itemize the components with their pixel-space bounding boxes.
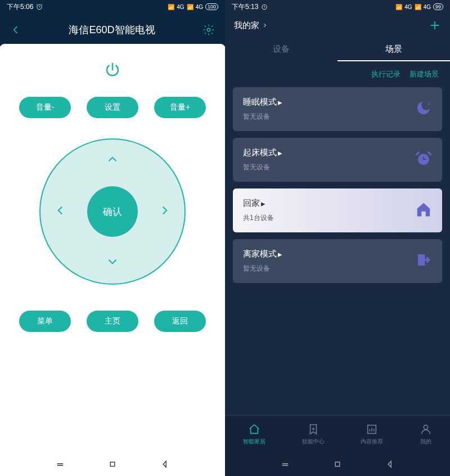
remote-header: 海信E60D智能电视 — [0, 14, 225, 46]
svg-rect-3 — [57, 465, 63, 466]
page-title: 海信E60D智能电视 — [69, 23, 155, 37]
exit-icon — [415, 252, 432, 271]
nav-label: 技能中心 — [302, 438, 325, 446]
net-label: 4G — [177, 4, 184, 10]
chevron-right-icon — [262, 22, 268, 29]
net-label-2: 4G — [196, 4, 203, 10]
scenes-header: 我的家 — [225, 14, 450, 32]
scene-card-home[interactable]: 回家▸ 共1台设备 — [233, 188, 442, 232]
scene-title: 回家 — [243, 198, 260, 209]
gear-icon[interactable] — [202, 24, 215, 36]
scene-subtitle: 暂无设备 — [243, 112, 282, 122]
scene-title: 离家模式 — [243, 249, 277, 259]
remote-app-screen: 下午5:06 📶 4G 📶 4G 100 海信E60D智能电视 音量- 设置 音… — [0, 0, 225, 476]
alarm-icon — [35, 3, 43, 11]
nav-content[interactable]: 内容推荐 — [361, 423, 383, 446]
back-nav-icon[interactable] — [160, 459, 170, 469]
svg-point-1 — [207, 28, 210, 32]
home-icon[interactable] — [332, 459, 343, 469]
person-icon — [420, 423, 432, 435]
recent-apps-icon[interactable] — [55, 459, 65, 469]
caret-icon: ▸ — [261, 199, 266, 209]
scene-subtitle: 暂无设备 — [243, 163, 282, 172]
home-button[interactable]: 主页 — [87, 311, 138, 332]
svg-rect-11 — [282, 465, 288, 466]
scene-title: 起床模式 — [243, 147, 277, 158]
home-icon[interactable] — [107, 459, 118, 469]
system-nav-bar — [225, 452, 450, 476]
dpad-right-button[interactable] — [158, 203, 172, 220]
battery-label: 99 — [433, 3, 443, 10]
scene-actions: 执行记录 新建场景 — [225, 61, 450, 87]
svg-rect-4 — [110, 462, 115, 466]
tab-devices[interactable]: 设备 — [225, 38, 338, 61]
tab-scenes[interactable]: 场景 — [338, 38, 450, 61]
svg-rect-12 — [335, 462, 340, 466]
back-chevron-icon[interactable] — [10, 24, 21, 35]
nav-mine[interactable]: 我的 — [420, 423, 432, 446]
dpad: 确认 — [39, 138, 186, 285]
signal-icon-2: 📶 — [187, 4, 194, 10]
scene-title: 睡眠模式 — [243, 97, 277, 107]
ok-button[interactable]: 确认 — [87, 186, 138, 237]
scene-card-wakeup[interactable]: 起床模式▸ 暂无设备 — [233, 138, 442, 182]
execution-log-link[interactable]: 执行记录 — [371, 69, 400, 79]
top-button-row: 音量- 设置 音量+ — [19, 97, 206, 118]
recent-apps-icon[interactable] — [280, 459, 290, 469]
status-bar: 下午5:13 📶 4G 📶 4G 99 — [225, 0, 450, 14]
svg-text:z: z — [428, 101, 431, 106]
signal-icon-2: 📶 — [415, 4, 421, 10]
nav-label: 智能家居 — [243, 438, 266, 446]
battery-label: 100 — [205, 3, 218, 10]
scene-card-sleep[interactable]: 睡眠模式▸ 暂无设备 z — [233, 87, 442, 131]
scene-subtitle: 暂无设备 — [243, 264, 282, 273]
tabs: 设备 场景 — [225, 32, 450, 61]
settings-button[interactable]: 设置 — [87, 97, 138, 118]
caret-icon: ▸ — [278, 97, 282, 107]
status-bar: 下午5:06 📶 4G 📶 4G 100 — [0, 0, 225, 14]
back-nav-icon[interactable] — [385, 459, 395, 469]
signal-icon: 📶 — [168, 4, 174, 10]
home-selector[interactable]: 我的家 — [234, 20, 268, 31]
dpad-down-button[interactable] — [105, 254, 120, 271]
smart-home-app-screen: 下午5:13 📶 4G 📶 4G 99 我的家 设备 场景 执行记录 新建场景 … — [225, 0, 450, 476]
volume-up-button[interactable]: 音量+ — [154, 97, 206, 118]
nav-smart-home[interactable]: 智能家居 — [243, 423, 266, 446]
net-label: 4G — [404, 4, 412, 10]
status-time: 下午5:13 — [232, 2, 258, 12]
add-icon[interactable] — [429, 19, 441, 32]
house-icon — [248, 423, 260, 435]
alarm-clock-icon — [415, 150, 432, 169]
svg-rect-2 — [57, 464, 63, 465]
system-nav-bar — [0, 452, 225, 476]
menu-button[interactable]: 菜单 — [19, 311, 71, 332]
dpad-up-button[interactable] — [105, 152, 120, 169]
dpad-left-button[interactable] — [53, 203, 68, 220]
new-scene-link[interactable]: 新建场景 — [410, 69, 439, 79]
scene-list: 睡眠模式▸ 暂无设备 z 起床模式▸ 暂无设备 回家▸ 共1台设备 — [225, 87, 450, 415]
caret-icon: ▸ — [278, 148, 282, 158]
net-label-2: 4G — [424, 4, 431, 10]
bookmark-icon — [307, 423, 320, 435]
alarm-icon — [260, 3, 268, 11]
back-button[interactable]: 返回 — [154, 311, 206, 332]
nav-skills[interactable]: 技能中心 — [302, 423, 325, 446]
power-button[interactable] — [101, 59, 124, 81]
caret-icon: ▸ — [278, 249, 282, 259]
nav-label: 我的 — [420, 438, 431, 446]
svg-point-9 — [424, 425, 428, 429]
bottom-nav: 智能家居 技能中心 内容推荐 我的 — [225, 415, 450, 452]
remote-body: 音量- 设置 音量+ 确认 菜单 主页 返回 — [0, 44, 225, 452]
signal-icon: 📶 — [395, 4, 402, 10]
moon-icon: z — [415, 100, 432, 119]
nav-label: 内容推荐 — [361, 438, 383, 446]
chart-icon — [366, 423, 378, 435]
status-time: 下午5:06 — [7, 2, 33, 12]
bottom-button-row: 菜单 主页 返回 — [19, 311, 206, 332]
svg-rect-10 — [282, 464, 288, 465]
home-icon — [415, 201, 432, 220]
volume-down-button[interactable]: 音量- — [19, 97, 71, 118]
home-label: 我的家 — [234, 20, 259, 31]
scene-subtitle: 共1台设备 — [243, 213, 274, 223]
scene-card-away[interactable]: 离家模式▸ 暂无设备 — [233, 239, 442, 283]
